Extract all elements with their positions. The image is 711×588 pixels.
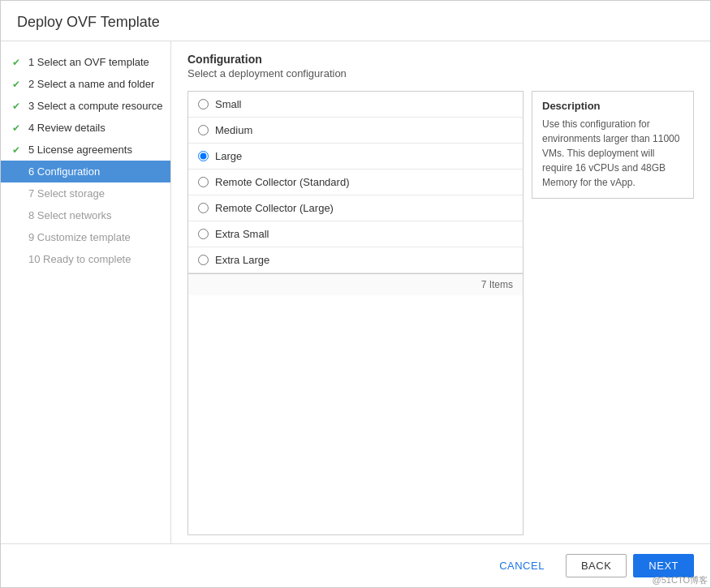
deploy-ovf-dialog: Deploy OVF Template ✔1 Select an OVF tem…: [0, 0, 711, 588]
check-icon: ✔: [12, 79, 24, 90]
sidebar-item-label: 10 Ready to complete: [28, 253, 131, 265]
option-label-small: Small: [215, 98, 242, 110]
sidebar-item-label: 1 Select an OVF template: [28, 56, 149, 68]
content-area: SmallMediumLargeRemote Collector (Standa…: [171, 83, 710, 543]
radio-medium[interactable]: [198, 125, 209, 135]
radio-extra_small[interactable]: [198, 229, 209, 239]
main-content: Configuration Select a deployment config…: [171, 41, 710, 543]
sidebar-item-label: 6 Configuration: [28, 165, 100, 178]
radio-remote_standard[interactable]: [198, 177, 209, 187]
sidebar-item-step2[interactable]: ✔2 Select a name and folder: [1, 73, 170, 95]
option-row-large[interactable]: Large: [188, 144, 523, 170]
sidebar-item-step3[interactable]: ✔3 Select a compute resource: [1, 95, 170, 117]
check-icon: ✔: [12, 57, 24, 68]
check-icon: ✔: [12, 122, 24, 134]
radio-large[interactable]: [198, 151, 209, 161]
radio-small[interactable]: [198, 99, 209, 109]
option-label-extra_large: Extra Large: [215, 254, 269, 266]
sidebar-item-label: 8 Select networks: [28, 209, 112, 221]
sidebar-item-step5[interactable]: ✔5 License agreements: [1, 139, 170, 161]
sidebar-item-step10: 10 Ready to complete: [1, 248, 170, 270]
description-title: Description: [542, 100, 683, 112]
option-row-small[interactable]: Small: [188, 92, 523, 118]
next-button[interactable]: NEXT: [633, 554, 694, 577]
option-row-remote_standard[interactable]: Remote Collector (Standard): [188, 170, 523, 195]
dialog-footer: CANCEL BACK NEXT: [1, 543, 710, 587]
sidebar-item-step6[interactable]: 6 Configuration: [1, 161, 170, 182]
dialog-body: ✔1 Select an OVF template✔2 Select a nam…: [1, 41, 710, 543]
items-footer: 7 Items: [188, 273, 523, 295]
description-panel: Description Use this configuration for e…: [532, 91, 694, 199]
section-header: Configuration Select a deployment config…: [171, 41, 710, 83]
description-text: Use this configuration for environments …: [542, 117, 683, 190]
option-label-remote_large: Remote Collector (Large): [215, 202, 334, 214]
option-label-medium: Medium: [215, 124, 252, 136]
radio-extra_large[interactable]: [198, 255, 209, 265]
option-row-remote_large[interactable]: Remote Collector (Large): [188, 195, 523, 221]
dialog-title: Deploy OVF Template: [1, 1, 710, 41]
sidebar-item-label: 9 Customize template: [28, 231, 131, 243]
option-row-extra_large[interactable]: Extra Large: [188, 247, 523, 273]
option-label-extra_small: Extra Small: [215, 228, 269, 240]
radio-remote_large[interactable]: [198, 203, 209, 213]
option-label-remote_standard: Remote Collector (Standard): [215, 176, 349, 188]
sidebar-item-label: 4 Review details: [28, 122, 106, 134]
section-title: Configuration: [187, 53, 694, 66]
cancel-button[interactable]: CANCEL: [485, 555, 559, 577]
sidebar-item-step8: 8 Select networks: [1, 204, 170, 226]
sidebar-item-step7: 7 Select storage: [1, 182, 170, 204]
sidebar: ✔1 Select an OVF template✔2 Select a nam…: [1, 41, 171, 543]
sidebar-item-label: 7 Select storage: [28, 187, 105, 200]
sidebar-item-step4[interactable]: ✔4 Review details: [1, 117, 170, 139]
sidebar-item-step1[interactable]: ✔1 Select an OVF template: [1, 51, 170, 73]
option-row-extra_small[interactable]: Extra Small: [188, 221, 523, 247]
option-row-medium[interactable]: Medium: [188, 118, 523, 144]
sidebar-item-label: 5 License agreements: [28, 144, 132, 156]
sidebar-item-label: 2 Select a name and folder: [28, 78, 154, 90]
section-subtitle: Select a deployment configuration: [187, 67, 694, 79]
option-label-large: Large: [215, 150, 242, 162]
sidebar-item-label: 3 Select a compute resource: [28, 100, 162, 112]
back-button[interactable]: BACK: [566, 554, 627, 577]
sidebar-item-step9: 9 Customize template: [1, 226, 170, 248]
check-icon: ✔: [12, 101, 24, 112]
check-icon: ✔: [12, 144, 24, 156]
options-panel: SmallMediumLargeRemote Collector (Standa…: [187, 91, 524, 535]
